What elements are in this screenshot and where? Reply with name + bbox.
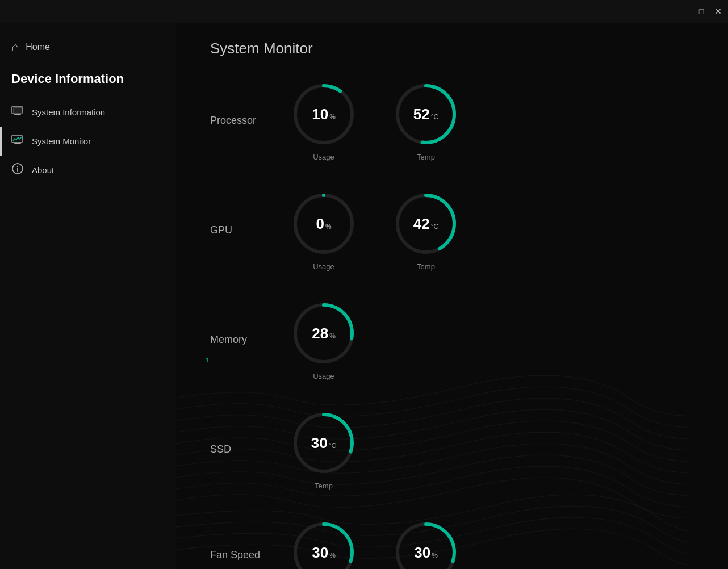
gauge-unit-cpu-usage: % <box>329 113 336 121</box>
monitor-label-memory: Memory <box>210 334 290 346</box>
monitor-label-gpu: GPU <box>210 224 290 236</box>
gauge-unit-ssd-temp: °C <box>329 442 336 450</box>
system-information-icon <box>11 104 24 120</box>
gauge-sublabel-ssd-temp: Temp <box>315 482 333 490</box>
gauge-wrap-fan1: 30 % <box>290 518 358 569</box>
gauge-unit-gpu-temp: °C <box>431 223 438 231</box>
gauge-center-gpu-usage: 0 % <box>316 215 331 233</box>
gauges-ssd: 30 °C Temp <box>290 409 358 490</box>
gauge-value-mem-usage: 28 <box>312 325 328 342</box>
gauges-memory: 1 28 % Usage <box>290 299 358 380</box>
monitor-row-processor: Processor 10 % Usage 52 °C Temp <box>210 80 694 161</box>
gauge-unit-mem-usage: % <box>329 332 336 340</box>
gauge-wrap-ssd-temp: 30 °C <box>290 409 358 477</box>
monitor-rows: Processor 10 % Usage 52 °C Temp GPU <box>210 80 694 569</box>
gauge-mem-usage: 28 % Usage <box>290 299 358 380</box>
badge-memory: 1 <box>206 357 209 363</box>
gauge-center-gpu-temp: 42 °C <box>413 215 438 233</box>
sidebar: ⌂ Home Device Information System Informa… <box>0 23 176 569</box>
gauge-fan2: 30 % <box>392 518 460 569</box>
gauge-center-cpu-usage: 10 % <box>312 106 336 123</box>
about-label: About <box>32 165 54 175</box>
system-information-label: System Information <box>32 107 105 117</box>
monitor-label-ssd: SSD <box>210 444 290 455</box>
gauge-wrap-gpu-usage: 0 % <box>290 190 358 258</box>
gauge-center-ssd-temp: 30 °C <box>311 434 336 452</box>
gauge-wrap-mem-usage: 28 % <box>290 299 358 367</box>
gauges-processor: 10 % Usage 52 °C Temp <box>290 80 460 161</box>
gauge-wrap-gpu-temp: 42 °C <box>392 190 460 258</box>
monitor-label-fan-speed: Fan Speed <box>210 549 290 561</box>
gauge-sublabel-mem-usage: Usage <box>313 372 334 380</box>
home-label: Home <box>26 42 50 52</box>
home-icon: ⌂ <box>11 40 19 55</box>
sidebar-item-system-information[interactable]: System Information <box>0 98 176 127</box>
gauge-unit-fan1: % <box>329 551 336 559</box>
section-title: Device Information <box>0 66 176 98</box>
svg-point-8 <box>17 166 18 167</box>
svg-rect-3 <box>14 108 22 114</box>
main-content: .wl { fill: none; stroke: #444; stroke-w… <box>176 23 728 569</box>
maximize-button[interactable]: □ <box>697 7 705 15</box>
gauge-sublabel-gpu-temp: Temp <box>417 262 435 271</box>
gauge-value-gpu-usage: 0 <box>316 215 324 233</box>
sidebar-item-system-monitor[interactable]: System Monitor <box>0 127 176 156</box>
home-nav-item[interactable]: ⌂ Home <box>0 34 176 66</box>
monitor-row-ssd: SSD 30 °C Temp <box>210 409 694 490</box>
minimize-button[interactable]: — <box>680 7 688 15</box>
gauge-unit-fan2: % <box>432 551 438 559</box>
close-button[interactable]: ✕ <box>714 7 722 15</box>
gauge-cpu-temp: 52 °C Temp <box>392 80 460 161</box>
monitor-label-processor: Processor <box>210 115 290 127</box>
gauge-gpu-usage: 0 % Usage <box>290 190 358 271</box>
gauge-wrap-fan2: 30 % <box>392 518 460 569</box>
gauge-value-fan1: 30 <box>312 544 328 562</box>
system-monitor-icon <box>11 133 24 149</box>
gauge-unit-gpu-usage: % <box>325 223 332 231</box>
system-monitor-label: System Monitor <box>32 136 91 146</box>
app-container: ⌂ Home Device Information System Informa… <box>0 23 728 569</box>
gauge-cpu-usage: 10 % Usage <box>290 80 358 161</box>
about-icon <box>11 162 24 178</box>
gauges-fan-speed: 30 % 30 % <box>290 518 460 569</box>
monitor-row-gpu: GPU 0 % Usage 42 °C Temp <box>210 190 694 271</box>
gauge-unit-cpu-temp: °C <box>431 113 438 121</box>
gauge-fan1: 30 % <box>290 518 358 569</box>
gauge-value-fan2: 30 <box>414 544 430 562</box>
sidebar-item-about[interactable]: About <box>0 156 176 185</box>
gauge-sublabel-gpu-usage: Usage <box>313 262 334 271</box>
gauge-ssd-temp: 30 °C Temp <box>290 409 358 490</box>
gauges-gpu: 0 % Usage 42 °C Temp <box>290 190 460 271</box>
gauge-value-cpu-usage: 10 <box>312 106 328 123</box>
gauge-center-mem-usage: 28 % <box>312 325 336 342</box>
gauge-value-ssd-temp: 30 <box>311 434 328 452</box>
gauge-wrap-cpu-temp: 52 °C <box>392 80 460 148</box>
gauge-value-cpu-temp: 52 <box>413 106 430 123</box>
window-controls: — □ ✕ <box>680 7 722 15</box>
gauge-gpu-temp: 42 °C Temp <box>392 190 460 271</box>
gauge-sublabel-cpu-temp: Temp <box>417 153 435 161</box>
gauge-value-gpu-temp: 42 <box>413 215 430 233</box>
gauge-sublabel-cpu-usage: Usage <box>313 153 334 161</box>
page-title: System Monitor <box>210 40 694 57</box>
monitor-row-memory: Memory1 28 % Usage <box>210 299 694 380</box>
monitor-row-fan-speed: Fan Speed 30 % 30 % <box>210 518 694 569</box>
gauge-center-fan2: 30 % <box>414 544 438 562</box>
gauge-center-cpu-temp: 52 °C <box>413 106 438 123</box>
gauge-wrap-cpu-usage: 10 % <box>290 80 358 148</box>
titlebar: — □ ✕ <box>0 0 728 23</box>
gauge-center-fan1: 30 % <box>312 544 336 562</box>
